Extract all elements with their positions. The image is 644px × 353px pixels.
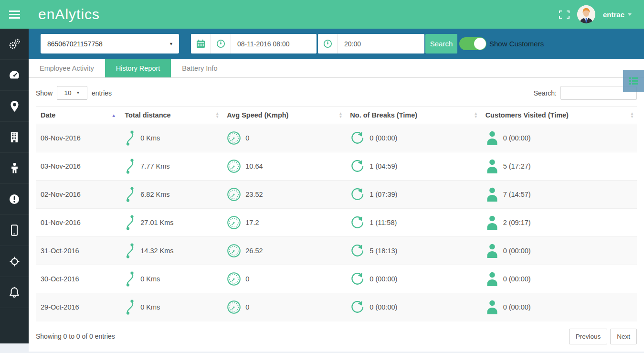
end-time-input[interactable]: 20:00 <box>338 34 424 53</box>
distance-cell: 0 Kms <box>120 124 222 152</box>
sidebar-item-settings[interactable] <box>0 29 29 60</box>
customers-cell: 0 (00:00) <box>481 293 637 321</box>
date-cell: 02-Nov-2016 <box>36 181 120 209</box>
alert-icon <box>9 194 20 204</box>
route-path-icon <box>125 270 136 288</box>
speedometer-icon <box>227 159 241 173</box>
filter-bar: 865067021157758 ▼ <box>29 29 644 59</box>
notifications-bell-icon <box>9 287 20 298</box>
menu-toggle-button[interactable] <box>0 0 29 29</box>
person-icon <box>486 159 499 174</box>
previous-page-button[interactable]: Previous <box>569 329 608 344</box>
app-window: enAlytics entrac <box>0 0 644 353</box>
sidebar-item-employees[interactable] <box>0 153 29 184</box>
breaks-cell: 5 (18:13) <box>345 237 480 265</box>
select-caret-icon: ▼ <box>169 42 173 46</box>
speedometer-icon <box>227 131 241 145</box>
top-header: enAlytics entrac <box>0 0 644 29</box>
table-search-label: Search: <box>534 89 557 97</box>
employee-icon <box>11 162 19 174</box>
customers-cell: 0 (00:00) <box>481 265 637 293</box>
speedometer-icon <box>227 244 241 258</box>
tab-history-report[interactable]: History Report <box>105 59 171 77</box>
history-table: Date ▲ Total distance ▲▼ Avg Speed (Kmph… <box>36 106 637 321</box>
table-row: 06-Nov-2016 0 Kms 0 <box>36 124 637 152</box>
speed-cell: 0 <box>222 265 345 293</box>
route-path-icon <box>125 158 136 175</box>
person-icon <box>486 130 499 146</box>
show-customers-toggle[interactable] <box>459 37 486 50</box>
start-datetime-input[interactable]: 08-11-2016 08:00 <box>231 34 317 53</box>
date-cell: 31-Oct-2016 <box>36 237 120 265</box>
distance-cell: 0 Kms <box>120 293 222 321</box>
breaks-cell: 1 (04:59) <box>345 152 480 181</box>
sidebar-item-locations[interactable] <box>0 91 29 122</box>
speedometer-icon <box>227 300 241 314</box>
page-size-select[interactable]: 10 ▼ <box>57 86 87 100</box>
sidebar-item-devices[interactable] <box>0 215 29 246</box>
sidebar-item-dashboard[interactable] <box>0 60 29 91</box>
table-row: 01-Nov-2016 27.01 Kms 17.2 <box>36 209 637 237</box>
date-cell: 03-Nov-2016 <box>36 152 120 181</box>
speedometer-icon <box>227 187 241 202</box>
table-list-icon <box>628 76 639 86</box>
distance-cell: 7.77 Kms <box>120 152 222 181</box>
tab-employee-activity[interactable]: Employee Activity <box>29 59 105 77</box>
entries-summary: Showing 0 to 0 of 0 entries <box>36 332 115 340</box>
caret-down-icon <box>628 13 632 16</box>
tab-battery-info[interactable]: Battery Info <box>171 59 228 77</box>
user-avatar[interactable] <box>577 5 595 23</box>
distance-cell: 14.32 Kms <box>120 237 222 265</box>
distance-cell: 27.01 Kms <box>120 209 222 237</box>
location-pin-icon <box>10 100 19 112</box>
device-select[interactable]: 865067021157758 ▼ <box>41 34 179 53</box>
table-row: 02-Nov-2016 6.82 Kms 23.52 <box>36 181 637 209</box>
sidebar-nav <box>0 29 29 343</box>
speed-cell: 0 <box>222 124 345 152</box>
person-icon <box>486 187 499 202</box>
export-table-button[interactable] <box>623 70 644 92</box>
table-row: 30-Oct-2016 0 Kms 0 <box>36 265 637 293</box>
fullscreen-button[interactable] <box>559 11 570 19</box>
column-header-breaks[interactable]: No. of Breaks (Time) ▲▼ <box>345 107 480 124</box>
column-header-date[interactable]: Date ▲ <box>36 107 120 124</box>
route-path-icon <box>125 186 136 203</box>
column-header-avg-speed[interactable]: Avg Speed (Kmph) ▲▼ <box>222 107 345 124</box>
hamburger-icon <box>9 11 20 19</box>
route-path-icon <box>125 214 136 231</box>
clock-button-end[interactable] <box>318 34 338 53</box>
building-icon <box>9 132 20 143</box>
rotate-arrow-icon <box>350 214 365 231</box>
user-menu[interactable]: entrac <box>603 11 632 19</box>
rotate-arrow-icon <box>350 271 365 287</box>
search-button[interactable]: Search <box>425 34 457 53</box>
column-header-customers[interactable]: Customers Visited (Time) ▲▼ <box>481 107 637 124</box>
person-icon <box>486 271 499 287</box>
breaks-cell: 0 (00:00) <box>345 293 480 321</box>
next-page-button[interactable]: Next <box>610 329 637 344</box>
table-body: 06-Nov-2016 0 Kms 0 <box>36 124 637 321</box>
breaks-cell: 1 (11:58) <box>345 209 480 237</box>
date-cell: 01-Nov-2016 <box>36 209 120 237</box>
clock-button-start[interactable] <box>211 34 231 53</box>
clock-icon <box>323 39 332 48</box>
clock-icon <box>216 39 225 48</box>
sidebar-item-alerts[interactable] <box>0 184 29 215</box>
distance-cell: 0 Kms <box>120 265 222 293</box>
end-time-group: 20:00 <box>318 34 424 53</box>
table-row: 03-Nov-2016 7.77 Kms 10.64 <box>36 152 637 181</box>
distance-cell: 6.82 Kms <box>120 181 222 209</box>
sort-both-icon: ▲▼ <box>338 112 342 118</box>
sidebar-item-company[interactable] <box>0 122 29 153</box>
column-header-total-distance[interactable]: Total distance ▲▼ <box>120 107 222 124</box>
speed-cell: 10.64 <box>222 152 345 181</box>
sidebar-item-notifications[interactable] <box>0 277 29 308</box>
sort-both-icon: ▲▼ <box>215 112 219 118</box>
route-path-icon <box>125 242 136 259</box>
breaks-cell: 0 (00:00) <box>345 124 480 152</box>
calendar-button[interactable] <box>191 34 211 53</box>
sidebar-item-tracking[interactable] <box>0 246 29 277</box>
sort-both-icon: ▲▼ <box>630 112 634 118</box>
rotate-arrow-icon <box>350 158 365 174</box>
speed-cell: 26.52 <box>222 237 345 265</box>
